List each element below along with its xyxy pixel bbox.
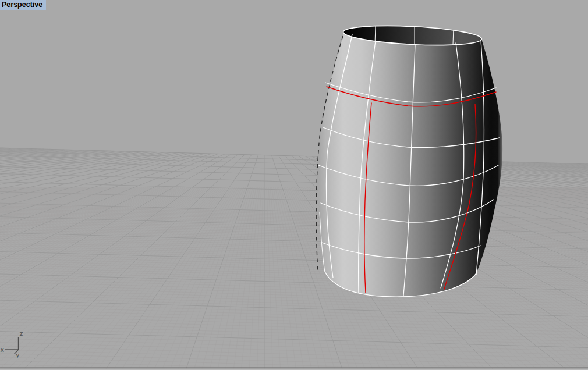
viewport-canvas[interactable]: z x y	[0, 0, 588, 370]
viewport-title[interactable]: Perspective	[0, 0, 46, 10]
scene-svg: z x y	[0, 0, 588, 370]
axis-x-label: x	[1, 346, 5, 354]
axis-y-label: y	[16, 351, 20, 359]
viewport-bottom-border	[0, 368, 588, 370]
axis-z-label: z	[20, 330, 23, 337]
barrel-object	[316, 23, 502, 297]
